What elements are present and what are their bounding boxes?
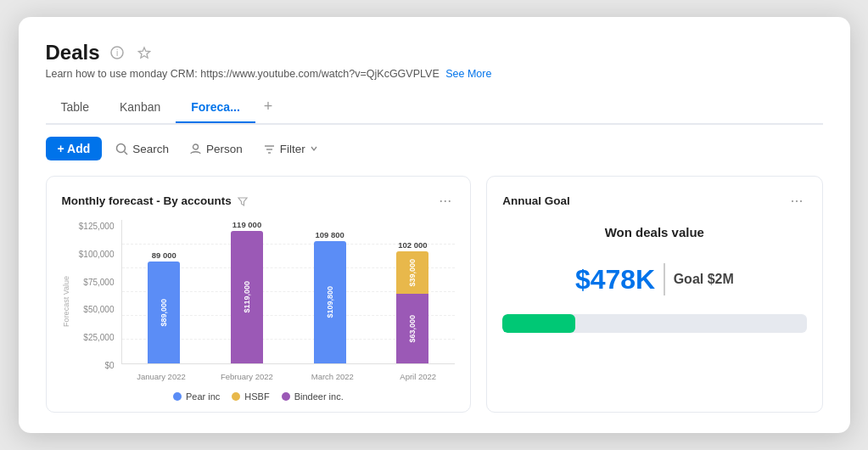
x-label-feb: February 2022 (210, 368, 283, 383)
tabs-bar: Table Kanban Foreca... + (46, 92, 823, 125)
annual-goal-card: Annual Goal ··· Won deals value $478K Go… (486, 176, 822, 413)
goal-divider (664, 263, 665, 295)
page-title: Deals (46, 41, 100, 65)
legend-dot-pear (173, 392, 182, 401)
y-axis: $125,000 $100,000 $75,000 $50,000 $25,00… (76, 222, 121, 370)
annual-chart-header: Annual Goal ··· (502, 190, 806, 211)
monthly-forecast-card: Monthly forecast - By accounts ··· Forec… (46, 176, 472, 413)
annual-chart-menu-button[interactable]: ··· (787, 190, 806, 211)
filter-button[interactable]: Filter (256, 138, 325, 160)
charts-row: Monthly forecast - By accounts ··· Forec… (46, 176, 823, 413)
svg-line-4 (125, 151, 128, 155)
goal-value-row: $478K Goal $2M (502, 263, 806, 295)
y-axis-label-container: Forecast Value (62, 220, 74, 383)
svg-point-5 (193, 144, 199, 149)
bar-february: 119 000 $119,000 (211, 220, 283, 363)
x-label-mar: March 2022 (295, 368, 369, 383)
svg-marker-9 (238, 198, 247, 205)
monthly-chart-title: Monthly forecast - By accounts (62, 194, 249, 207)
progress-bar-fill (502, 314, 575, 333)
tab-table[interactable]: Table (46, 94, 104, 123)
bar-april: 102 000 $39,000 $63,000 (378, 240, 449, 363)
x-label-apr: April 2022 (381, 368, 455, 383)
tab-kanban[interactable]: Kanban (104, 94, 176, 123)
annual-subtitle: Won deals value (502, 225, 806, 239)
legend-hsbf: HSBF (232, 391, 269, 402)
filter-icon (263, 143, 276, 155)
bar-apr-bindeer: $63,000 (396, 294, 428, 363)
legend-bindeer: Bindeer inc. (282, 391, 344, 402)
goal-target-value: Goal $2M (674, 272, 734, 287)
learn-more-bar: Learn how to use monday CRM: https://www… (46, 68, 823, 80)
search-button[interactable]: Search (109, 138, 176, 160)
page-header: Deals i (46, 41, 823, 65)
x-axis-labels: January 2022 February 2022 March 2022 Ap… (121, 368, 456, 383)
chevron-down-icon (310, 144, 318, 153)
svg-marker-2 (138, 48, 149, 58)
person-button[interactable]: Person (182, 138, 249, 160)
legend-pear: Pear inc (173, 391, 220, 402)
chart-with-yaxis: Forecast Value $125,000 $100,000 $75,000… (62, 220, 456, 383)
main-window: Deals i Learn how to use monday CRM: htt… (19, 17, 850, 433)
bar-feb-bindeer: $119,000 (231, 231, 263, 363)
legend-dot-hsbf (232, 392, 240, 401)
toolbar: + Add Search Person Filter (46, 137, 823, 160)
monthly-chart-header: Monthly forecast - By accounts ··· (62, 190, 456, 211)
monthly-chart-menu-button[interactable]: ··· (435, 190, 455, 211)
person-icon (189, 143, 202, 155)
info-icon-button[interactable]: i (107, 44, 127, 61)
bars-area: 89 000 $89,000 119 000 $119,000 (121, 220, 456, 383)
star-icon-button[interactable] (134, 44, 154, 61)
annual-card-title: Annual Goal (502, 194, 570, 207)
add-button[interactable]: + Add (46, 137, 103, 160)
filter-chart-icon[interactable] (237, 195, 249, 207)
chart-legend: Pear inc HSBF Bindeer inc. (62, 391, 456, 402)
bar-jan-pear: $89,000 (148, 262, 180, 363)
svg-text:i: i (115, 48, 117, 58)
progress-bar-track (502, 314, 806, 333)
bar-january: 89 000 $89,000 (129, 250, 200, 363)
x-label-jan: January 2022 (125, 368, 199, 383)
search-icon (115, 143, 128, 155)
tab-forecast[interactable]: Foreca... (176, 94, 255, 123)
goal-current-value: $478K (575, 264, 655, 295)
bar-mar-pear: $109,800 (314, 241, 346, 363)
bars-container: 89 000 $89,000 119 000 $119,000 (121, 220, 456, 364)
bar-april-stack: $39,000 $63,000 (396, 251, 428, 363)
bar-apr-hsbf: $39,000 (396, 251, 428, 294)
see-more-link[interactable]: See More (445, 68, 491, 80)
legend-dot-bindeer (282, 392, 290, 401)
svg-point-3 (117, 143, 126, 152)
tab-add-button[interactable]: + (255, 92, 282, 123)
bar-march: 109 800 $109,800 (294, 230, 366, 363)
